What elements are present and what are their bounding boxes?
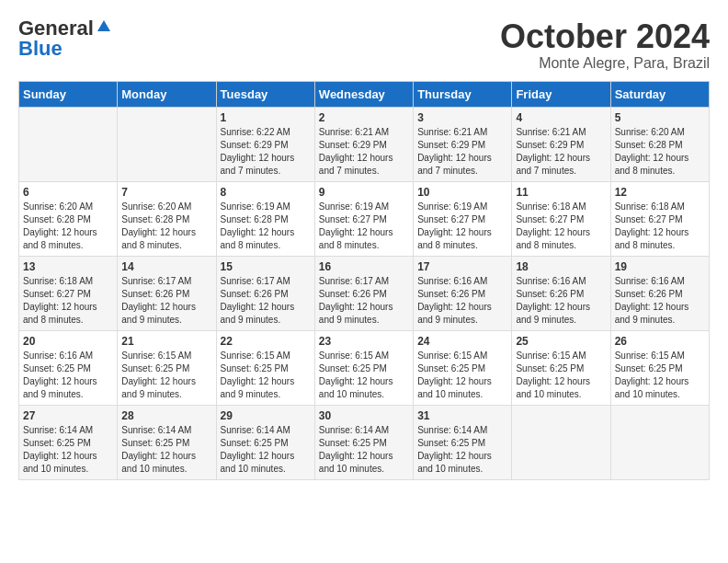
day-number: 1 bbox=[221, 111, 311, 124]
title-section: October 2024 Monte Alegre, Para, Brazil bbox=[500, 18, 710, 72]
calendar-cell: 14Sunrise: 6:17 AMSunset: 6:26 PMDayligh… bbox=[118, 256, 216, 330]
day-info: Sunrise: 6:20 AMSunset: 6:28 PMDaylight:… bbox=[121, 201, 211, 252]
calendar-cell: 25Sunrise: 6:15 AMSunset: 6:25 PMDayligh… bbox=[512, 330, 610, 405]
day-info: Sunrise: 6:18 AMSunset: 6:27 PMDaylight:… bbox=[23, 275, 113, 327]
weekday-header-monday: Monday bbox=[118, 81, 216, 107]
day-number: 8 bbox=[221, 186, 311, 199]
calendar-cell bbox=[19, 107, 118, 181]
calendar-cell: 2Sunrise: 6:21 AMSunset: 6:29 PMDaylight… bbox=[314, 107, 413, 181]
calendar-cell: 3Sunrise: 6:21 AMSunset: 6:29 PMDaylight… bbox=[414, 107, 512, 181]
calendar-cell: 18Sunrise: 6:16 AMSunset: 6:26 PMDayligh… bbox=[512, 256, 610, 330]
calendar-cell: 6Sunrise: 6:20 AMSunset: 6:28 PMDaylight… bbox=[19, 181, 118, 256]
day-number: 9 bbox=[319, 186, 409, 199]
day-info: Sunrise: 6:16 AMSunset: 6:26 PMDaylight:… bbox=[417, 275, 507, 327]
day-info: Sunrise: 6:20 AMSunset: 6:28 PMDaylight:… bbox=[23, 201, 113, 252]
month-title: October 2024 bbox=[500, 18, 710, 55]
weekday-header-saturday: Saturday bbox=[610, 81, 709, 107]
weekday-header-sunday: Sunday bbox=[19, 81, 118, 107]
weekday-header-friday: Friday bbox=[512, 81, 610, 107]
day-info: Sunrise: 6:22 AMSunset: 6:29 PMDaylight:… bbox=[221, 126, 311, 178]
calendar-cell: 30Sunrise: 6:14 AMSunset: 6:25 PMDayligh… bbox=[314, 405, 413, 479]
day-info: Sunrise: 6:19 AMSunset: 6:27 PMDaylight:… bbox=[417, 201, 507, 252]
calendar-cell: 10Sunrise: 6:19 AMSunset: 6:27 PMDayligh… bbox=[414, 181, 512, 256]
location-subtitle: Monte Alegre, Para, Brazil bbox=[500, 55, 710, 72]
calendar-cell bbox=[118, 107, 216, 181]
day-info: Sunrise: 6:15 AMSunset: 6:25 PMDaylight:… bbox=[319, 350, 409, 401]
day-number: 2 bbox=[319, 111, 409, 124]
day-number: 24 bbox=[417, 335, 507, 348]
day-number: 23 bbox=[319, 335, 409, 348]
weekday-header-wednesday: Wednesday bbox=[314, 81, 413, 107]
day-info: Sunrise: 6:14 AMSunset: 6:25 PMDaylight:… bbox=[23, 424, 113, 476]
day-info: Sunrise: 6:14 AMSunset: 6:25 PMDaylight:… bbox=[417, 424, 507, 476]
day-info: Sunrise: 6:19 AMSunset: 6:27 PMDaylight:… bbox=[319, 201, 409, 252]
calendar-cell bbox=[610, 405, 709, 479]
calendar-cell: 31Sunrise: 6:14 AMSunset: 6:25 PMDayligh… bbox=[414, 405, 512, 479]
logo: General Blue bbox=[18, 18, 112, 59]
calendar-cell: 29Sunrise: 6:14 AMSunset: 6:25 PMDayligh… bbox=[216, 405, 314, 479]
day-info: Sunrise: 6:19 AMSunset: 6:28 PMDaylight:… bbox=[221, 201, 311, 252]
calendar-cell bbox=[512, 405, 610, 479]
day-info: Sunrise: 6:21 AMSunset: 6:29 PMDaylight:… bbox=[516, 126, 606, 178]
day-info: Sunrise: 6:17 AMSunset: 6:26 PMDaylight:… bbox=[221, 275, 311, 327]
day-number: 26 bbox=[615, 335, 705, 348]
weekday-header-tuesday: Tuesday bbox=[216, 81, 314, 107]
day-info: Sunrise: 6:15 AMSunset: 6:25 PMDaylight:… bbox=[516, 350, 606, 401]
day-number: 25 bbox=[516, 335, 606, 348]
day-number: 30 bbox=[319, 409, 409, 422]
day-info: Sunrise: 6:15 AMSunset: 6:25 PMDaylight:… bbox=[121, 350, 211, 401]
calendar-cell: 11Sunrise: 6:18 AMSunset: 6:27 PMDayligh… bbox=[512, 181, 610, 256]
calendar-cell: 27Sunrise: 6:14 AMSunset: 6:25 PMDayligh… bbox=[19, 405, 118, 479]
calendar-table: SundayMondayTuesdayWednesdayThursdayFrid… bbox=[18, 81, 710, 480]
day-number: 4 bbox=[516, 111, 606, 124]
day-number: 20 bbox=[23, 335, 113, 348]
day-info: Sunrise: 6:20 AMSunset: 6:28 PMDaylight:… bbox=[615, 126, 705, 178]
day-number: 11 bbox=[516, 186, 606, 199]
day-info: Sunrise: 6:18 AMSunset: 6:27 PMDaylight:… bbox=[516, 201, 606, 252]
calendar-cell: 23Sunrise: 6:15 AMSunset: 6:25 PMDayligh… bbox=[314, 330, 413, 405]
calendar-cell: 22Sunrise: 6:15 AMSunset: 6:25 PMDayligh… bbox=[216, 330, 314, 405]
calendar-cell: 9Sunrise: 6:19 AMSunset: 6:27 PMDaylight… bbox=[314, 181, 413, 256]
day-number: 5 bbox=[615, 111, 705, 124]
calendar-cell: 17Sunrise: 6:16 AMSunset: 6:26 PMDayligh… bbox=[414, 256, 512, 330]
day-number: 13 bbox=[23, 260, 113, 273]
day-info: Sunrise: 6:15 AMSunset: 6:25 PMDaylight:… bbox=[221, 350, 311, 401]
calendar-week-row: 1Sunrise: 6:22 AMSunset: 6:29 PMDaylight… bbox=[19, 107, 710, 181]
day-info: Sunrise: 6:16 AMSunset: 6:25 PMDaylight:… bbox=[23, 350, 113, 401]
day-info: Sunrise: 6:15 AMSunset: 6:25 PMDaylight:… bbox=[615, 350, 705, 401]
day-number: 29 bbox=[221, 409, 311, 422]
day-info: Sunrise: 6:14 AMSunset: 6:25 PMDaylight:… bbox=[221, 424, 311, 476]
calendar-cell: 19Sunrise: 6:16 AMSunset: 6:26 PMDayligh… bbox=[610, 256, 709, 330]
weekday-header-row: SundayMondayTuesdayWednesdayThursdayFrid… bbox=[19, 81, 710, 107]
day-number: 21 bbox=[121, 335, 211, 348]
day-info: Sunrise: 6:18 AMSunset: 6:27 PMDaylight:… bbox=[615, 201, 705, 252]
day-info: Sunrise: 6:17 AMSunset: 6:26 PMDaylight:… bbox=[319, 275, 409, 327]
day-info: Sunrise: 6:21 AMSunset: 6:29 PMDaylight:… bbox=[417, 126, 507, 178]
day-number: 19 bbox=[615, 260, 705, 273]
day-number: 22 bbox=[221, 335, 311, 348]
calendar-week-row: 27Sunrise: 6:14 AMSunset: 6:25 PMDayligh… bbox=[19, 405, 710, 479]
calendar-cell: 21Sunrise: 6:15 AMSunset: 6:25 PMDayligh… bbox=[118, 330, 216, 405]
day-info: Sunrise: 6:15 AMSunset: 6:25 PMDaylight:… bbox=[417, 350, 507, 401]
day-number: 12 bbox=[615, 186, 705, 199]
day-number: 27 bbox=[23, 409, 113, 422]
calendar-cell: 24Sunrise: 6:15 AMSunset: 6:25 PMDayligh… bbox=[414, 330, 512, 405]
calendar-week-row: 20Sunrise: 6:16 AMSunset: 6:25 PMDayligh… bbox=[19, 330, 710, 405]
calendar-cell: 26Sunrise: 6:15 AMSunset: 6:25 PMDayligh… bbox=[610, 330, 709, 405]
logo-icon bbox=[96, 18, 112, 35]
day-info: Sunrise: 6:14 AMSunset: 6:25 PMDaylight:… bbox=[319, 424, 409, 476]
calendar-cell: 28Sunrise: 6:14 AMSunset: 6:25 PMDayligh… bbox=[118, 405, 216, 479]
day-number: 3 bbox=[417, 111, 507, 124]
calendar-cell: 7Sunrise: 6:20 AMSunset: 6:28 PMDaylight… bbox=[118, 181, 216, 256]
day-number: 7 bbox=[121, 186, 211, 199]
day-info: Sunrise: 6:14 AMSunset: 6:25 PMDaylight:… bbox=[121, 424, 211, 476]
calendar-week-row: 6Sunrise: 6:20 AMSunset: 6:28 PMDaylight… bbox=[19, 181, 710, 256]
day-number: 31 bbox=[417, 409, 507, 422]
calendar-cell: 8Sunrise: 6:19 AMSunset: 6:28 PMDaylight… bbox=[216, 181, 314, 256]
calendar-cell: 1Sunrise: 6:22 AMSunset: 6:29 PMDaylight… bbox=[216, 107, 314, 181]
day-info: Sunrise: 6:16 AMSunset: 6:26 PMDaylight:… bbox=[615, 275, 705, 327]
svg-marker-0 bbox=[97, 20, 110, 31]
calendar-cell: 4Sunrise: 6:21 AMSunset: 6:29 PMDaylight… bbox=[512, 107, 610, 181]
day-info: Sunrise: 6:16 AMSunset: 6:26 PMDaylight:… bbox=[516, 275, 606, 327]
calendar-cell: 13Sunrise: 6:18 AMSunset: 6:27 PMDayligh… bbox=[19, 256, 118, 330]
